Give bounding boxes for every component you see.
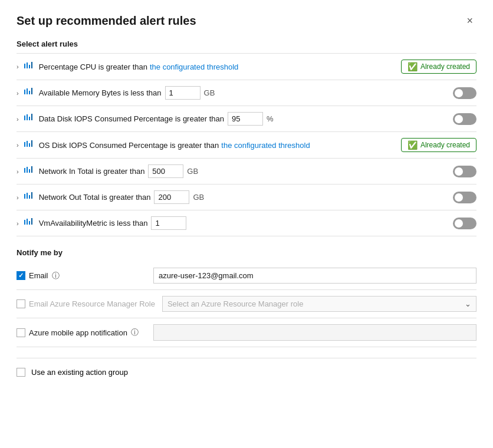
- notify-row-mobile: Azure mobile app notification ⓘ: [17, 318, 476, 347]
- rule-prefix-vm-availability: VmAvailabilityMetric is less than: [39, 219, 148, 228]
- rule-action-disk-iops: [453, 113, 476, 125]
- chevron-icon-network-in[interactable]: ›: [17, 168, 19, 175]
- toggle-vm-availability[interactable]: [453, 218, 476, 229]
- alert-rules-section-label: Select alert rules: [17, 39, 476, 48]
- email-role-label-text: Email Azure Resource Manager Role: [29, 299, 155, 308]
- notify-row-email: Email ⓘ: [17, 262, 476, 290]
- rule-row-network-out: › Network Out Total is greater than GB: [17, 185, 476, 210]
- chevron-icon-vm-availability[interactable]: ›: [17, 220, 19, 227]
- rule-text-network-in: Network In Total is greater than GB: [39, 164, 453, 178]
- svg-rect-5: [27, 88, 28, 94]
- action-group-row: Use an existing action group: [17, 358, 476, 377]
- notify-label-email-role: Email Azure Resource Manager Role: [17, 299, 155, 308]
- rule-prefix-os-disk: OS Disk IOPS Consumed Percentage is grea…: [39, 141, 219, 150]
- rule-row-os-disk: › OS Disk IOPS Consumed Percentage is gr…: [17, 132, 476, 159]
- metric-icon-network-out: [24, 191, 34, 203]
- rule-text-os-disk: OS Disk IOPS Consumed Percentage is grea…: [39, 141, 401, 150]
- rule-prefix-memory: Available Memory Bytes is less than: [39, 88, 162, 97]
- svg-rect-12: [24, 142, 25, 147]
- svg-rect-22: [29, 195, 30, 199]
- svg-rect-16: [24, 168, 25, 173]
- already-created-badge-os-disk: ✅ Already created: [401, 138, 476, 152]
- rule-row-cpu: › Percentage CPU is greater than the con…: [17, 54, 476, 80]
- chevron-icon-network-out[interactable]: ›: [17, 194, 19, 201]
- mobile-label-text: Azure mobile app notification: [29, 328, 127, 337]
- svg-rect-13: [27, 141, 28, 147]
- rule-prefix-network-out: Network Out Total is greater than: [39, 193, 151, 202]
- checkbox-mobile[interactable]: [17, 328, 25, 337]
- rule-action-os-disk: ✅ Already created: [401, 138, 476, 152]
- svg-rect-3: [31, 62, 32, 68]
- svg-rect-1: [27, 62, 28, 68]
- already-created-label-os-disk: Already created: [420, 141, 470, 149]
- toggle-slider-network-in: [453, 166, 476, 177]
- toggle-slider-memory: [453, 87, 476, 99]
- chevron-icon-memory[interactable]: ›: [17, 90, 19, 97]
- rule-link-cpu: the configurated threshold: [150, 62, 238, 71]
- rule-unit-network-out: GB: [193, 193, 204, 202]
- rule-input-vm-availability[interactable]: [151, 216, 186, 230]
- already-created-label-cpu: Already created: [420, 62, 470, 71]
- rule-text-vm-availability: VmAvailabilityMetric is less than: [39, 216, 453, 230]
- checkbox-email-role[interactable]: [17, 299, 25, 308]
- toggle-disk-iops[interactable]: [453, 113, 476, 125]
- rule-unit-disk-iops: %: [267, 114, 274, 123]
- mobile-input-area: [153, 324, 476, 341]
- svg-rect-19: [31, 166, 32, 173]
- svg-rect-0: [24, 64, 25, 68]
- metric-icon-os-disk: [24, 139, 34, 151]
- alert-rules-list: › Percentage CPU is greater than the con…: [17, 53, 476, 236]
- metric-icon-network-in: [24, 165, 34, 177]
- metric-icon-cpu: [24, 61, 34, 73]
- rule-row-network-in: › Network In Total is greater than GB: [17, 159, 476, 185]
- rule-row-disk-iops: › Data Disk IOPS Consumed Percentage is …: [17, 106, 476, 132]
- rule-text-memory: Available Memory Bytes is less than GB: [39, 86, 453, 100]
- rule-input-network-out[interactable]: [154, 190, 189, 204]
- check-icon-os-disk: ✅: [407, 140, 418, 150]
- dialog: Set up recommended alert rules × Select …: [0, 0, 493, 448]
- chevron-down-icon-role: ⌄: [465, 299, 471, 308]
- rule-action-network-in: [453, 166, 476, 177]
- svg-rect-14: [29, 143, 30, 147]
- notify-row-email-role: Email Azure Resource Manager Role Select…: [17, 290, 476, 318]
- info-icon-email: ⓘ: [52, 271, 60, 281]
- svg-rect-8: [24, 116, 25, 120]
- email-role-select: Select an Azure Resource Manager role ⌄: [162, 296, 476, 312]
- toggle-network-out[interactable]: [453, 192, 476, 203]
- rule-unit-network-in: GB: [187, 167, 198, 176]
- svg-rect-4: [24, 90, 25, 94]
- notify-section-label: Notify me by: [17, 248, 476, 257]
- chevron-icon-os-disk[interactable]: ›: [17, 141, 19, 149]
- toggle-memory[interactable]: [453, 87, 476, 99]
- chevron-icon-disk-iops[interactable]: ›: [17, 116, 19, 123]
- svg-rect-27: [31, 218, 32, 225]
- rule-input-disk-iops[interactable]: [228, 112, 263, 126]
- toggle-slider-vm-availability: [453, 218, 476, 229]
- svg-rect-23: [31, 192, 32, 199]
- rule-input-network-in[interactable]: [148, 164, 183, 178]
- svg-rect-18: [29, 169, 30, 173]
- rule-action-vm-availability: [453, 218, 476, 229]
- close-button[interactable]: ×: [463, 14, 476, 27]
- check-icon-cpu: ✅: [407, 62, 418, 71]
- svg-rect-6: [29, 91, 30, 94]
- chevron-icon-cpu[interactable]: ›: [17, 63, 19, 70]
- svg-rect-9: [27, 114, 28, 120]
- svg-rect-25: [27, 219, 28, 225]
- rule-text-network-out: Network Out Total is greater than GB: [39, 190, 453, 204]
- svg-rect-15: [31, 140, 32, 147]
- info-icon-mobile: ⓘ: [131, 327, 139, 338]
- email-role-placeholder: Select an Azure Resource Manager role: [167, 299, 304, 308]
- dialog-title: Set up recommended alert rules: [17, 14, 196, 28]
- rule-action-network-out: [453, 192, 476, 203]
- rule-input-memory[interactable]: [165, 86, 201, 100]
- rule-action-memory: [453, 87, 476, 99]
- notify-label-email: Email ⓘ: [17, 271, 146, 281]
- checkbox-action-group[interactable]: [17, 368, 25, 377]
- svg-rect-21: [27, 193, 28, 199]
- toggle-network-in[interactable]: [453, 166, 476, 177]
- checkbox-email[interactable]: [17, 271, 25, 280]
- email-input[interactable]: [153, 268, 476, 284]
- rule-prefix-cpu: Percentage CPU is greater than: [39, 62, 147, 71]
- svg-rect-7: [31, 88, 32, 94]
